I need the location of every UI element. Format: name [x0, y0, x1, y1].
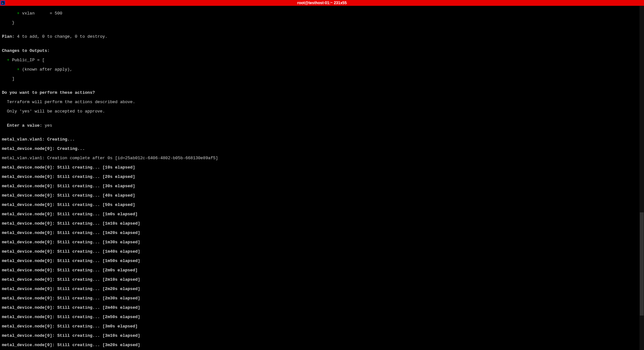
output-line: metal_device.node[0]: Still creating... … — [2, 259, 642, 264]
output-line: metal_device.node[0]: Still creating... … — [2, 231, 642, 236]
plus-marker: + — [2, 67, 22, 72]
output-line: metal_device.node[0]: Still creating... … — [2, 193, 642, 198]
window-title: root@testhost-01:~ 231x55 — [297, 0, 347, 6]
output-line: + vxlan = 500 — [2, 11, 642, 16]
output-line: metal_device.node[0]: Still creating... … — [2, 334, 642, 338]
output-text: (known after apply), — [22, 67, 72, 72]
output-line: metal_device.node[0]: Still creating... … — [2, 268, 642, 273]
output-line: metal_device.node[0]: Still creating... … — [2, 249, 642, 254]
plus-marker: + — [2, 11, 22, 16]
scrollbar-thumb[interactable] — [640, 212, 644, 316]
output-line: + Public_IP = [ — [2, 58, 642, 63]
plan-label: Plan: — [2, 34, 14, 39]
enter-value-label: Enter a value: — [2, 123, 42, 128]
terminal-output[interactable]: + vxlan = 500 } Plan: 4 to add, 0 to cha… — [0, 6, 644, 350]
enter-value-line: Enter a value: yes — [2, 123, 642, 128]
output-line: Terraform will perform the actions descr… — [2, 100, 642, 105]
output-line: metal_device.node[0]: Still creating... … — [2, 175, 642, 180]
output-line: ] — [2, 77, 642, 82]
output-line: metal_device.node[0]: Still creating... … — [2, 296, 642, 301]
output-text: vxlan = 500 — [22, 11, 62, 16]
plan-summary: 4 to add, 0 to change, 0 to destroy. — [14, 34, 108, 39]
output-line: metal_device.node[0]: Still creating... … — [2, 306, 642, 310]
output-line: } — [2, 21, 642, 25]
confirm-prompt: Do you want to perform these actions? — [2, 91, 642, 95]
output-line: metal_device.node[0]: Still creating... … — [2, 240, 642, 245]
output-line: metal_device.node[0]: Still creating... … — [2, 343, 642, 348]
output-line: metal_device.node[0]: Still creating... … — [2, 203, 642, 208]
output-line: metal_device.node[0]: Still creating... … — [2, 324, 642, 329]
output-line: Plan: 4 to add, 0 to change, 0 to destro… — [2, 34, 642, 39]
plus-marker: + — [2, 58, 12, 63]
window-titlebar[interactable]: > root@testhost-01:~ 231x55 — [0, 0, 644, 6]
scrollbar[interactable] — [639, 6, 644, 350]
output-line: metal_device.node[0]: Still creating... … — [2, 277, 642, 282]
output-text: Public_IP = [ — [12, 58, 44, 63]
output-line: metal_device.node[0]: Still creating... … — [2, 184, 642, 189]
output-line: + (known after apply), — [2, 67, 642, 72]
svg-text:>: > — [2, 2, 4, 5]
app-icon: > — [1, 1, 5, 5]
output-line: metal_device.node[0]: Still creating... … — [2, 212, 642, 217]
output-line: metal_device.node[0]: Still creating... … — [2, 221, 642, 226]
enter-value-input: yes — [42, 123, 52, 128]
changes-header: Changes to Outputs: — [2, 49, 642, 53]
output-line: metal_device.node[0]: Still creating... … — [2, 287, 642, 292]
output-line: Only 'yes' will be accepted to approve. — [2, 109, 642, 114]
output-line: metal_device.node[0]: Still creating... … — [2, 165, 642, 170]
output-line: metal_vlan.vlan1: Creation complete afte… — [2, 156, 642, 161]
output-line: metal_device.node[0]: Still creating... … — [2, 315, 642, 320]
output-line: metal_device.node[0]: Creating... — [2, 147, 642, 151]
output-line: metal_vlan.vlan1: Creating... — [2, 137, 642, 142]
